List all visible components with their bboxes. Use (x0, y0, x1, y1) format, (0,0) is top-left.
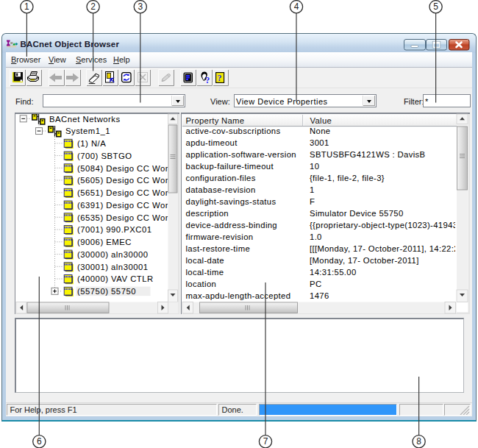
svg-text:5: 5 (433, 1, 438, 12)
svg-text:8: 8 (416, 436, 421, 447)
svg-text:3: 3 (138, 1, 143, 12)
svg-text:2: 2 (90, 1, 96, 12)
svg-text:1: 1 (24, 1, 29, 12)
svg-text:4: 4 (294, 1, 299, 12)
svg-text:6: 6 (37, 436, 42, 447)
svg-text:7: 7 (263, 436, 268, 447)
